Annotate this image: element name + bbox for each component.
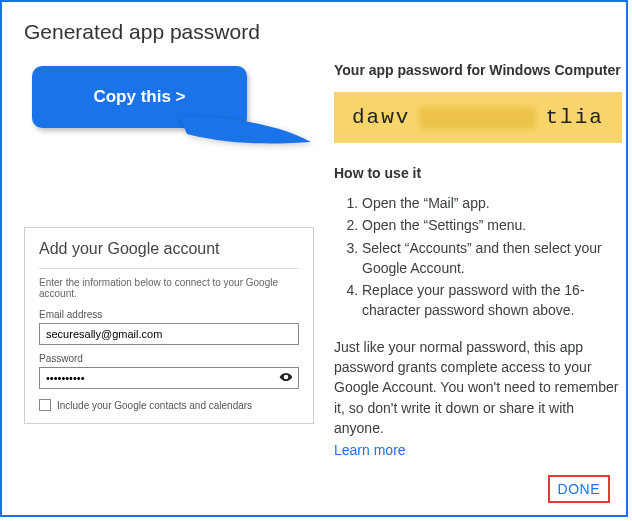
disclaimer-text: Just like your normal password, this app… <box>334 337 622 438</box>
annotation-text: Copy this > <box>93 87 185 107</box>
reveal-password-icon[interactable] <box>279 370 293 386</box>
app-password-box: dawv tlia <box>334 92 622 143</box>
add-account-inset: Add your Google account Enter the inform… <box>24 227 314 424</box>
include-row[interactable]: Include your Google contacts and calenda… <box>39 399 299 411</box>
list-item: Open the “Settings” menu. <box>362 215 622 235</box>
include-checkbox-label: Include your Google contacts and calenda… <box>57 400 252 411</box>
howto-heading: How to use it <box>334 165 622 181</box>
password-row <box>39 367 299 397</box>
inset-title: Add your Google account <box>39 240 299 258</box>
password-suffix: tlia <box>545 106 603 129</box>
password-redacted-icon <box>420 107 535 129</box>
annotation-wrap: Copy this > <box>24 62 314 172</box>
email-field[interactable] <box>39 323 299 345</box>
right-column: Your app password for Windows Computer d… <box>334 62 626 458</box>
learn-more-link[interactable]: Learn more <box>334 442 406 458</box>
inset-subtitle: Enter the information below to connect t… <box>39 277 299 299</box>
list-item: Open the “Mail” app. <box>362 193 622 213</box>
email-label: Email address <box>39 309 299 320</box>
password-label: Password <box>39 353 299 364</box>
password-prefix: dawv <box>352 106 410 129</box>
content-row: Copy this > Add your Google account Ente… <box>24 62 604 458</box>
list-item: Replace your password with the 16-charac… <box>362 280 622 321</box>
password-field[interactable] <box>39 367 299 389</box>
howto-steps: Open the “Mail” app. Open the “Settings”… <box>334 193 622 321</box>
inset-divider <box>39 268 299 269</box>
left-column: Copy this > Add your Google account Ente… <box>24 62 314 458</box>
app-password-subhead: Your app password for Windows Computer <box>334 62 622 78</box>
list-item: Select “Accounts” and then select your G… <box>362 238 622 279</box>
done-button[interactable]: DONE <box>548 475 610 503</box>
include-checkbox[interactable] <box>39 399 51 411</box>
dialog-frame: Generated app password Copy this > Add y… <box>0 0 628 517</box>
page-title: Generated app password <box>24 20 604 44</box>
